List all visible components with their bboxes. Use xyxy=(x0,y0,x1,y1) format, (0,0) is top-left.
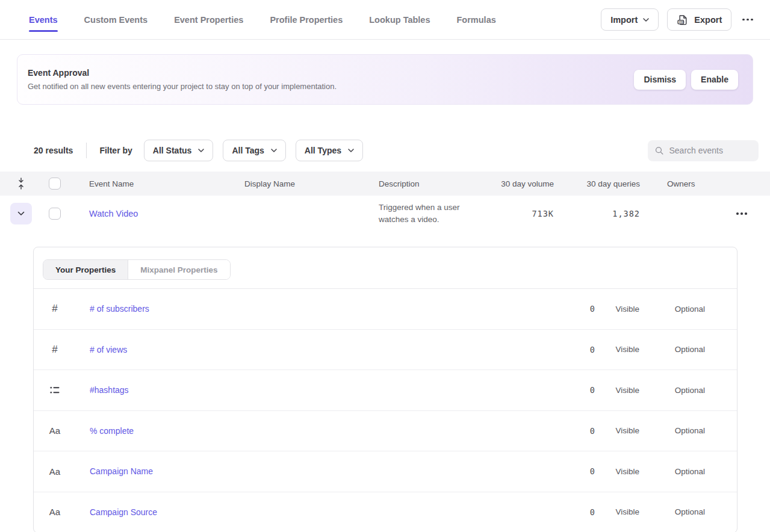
property-queries: 0 xyxy=(547,507,595,517)
csv-file-icon: csv xyxy=(677,14,689,26)
status-filter-label: All Status xyxy=(153,146,192,155)
property-row: # # of views 0 Visible Optional xyxy=(34,330,737,371)
row-checkbox[interactable] xyxy=(49,208,61,220)
header-event-name: Event Name xyxy=(89,179,244,188)
text-type-icon: Aa xyxy=(48,466,61,477)
property-requirement: Optional xyxy=(639,507,705,516)
properties-segmented-control: Your Properties Mixpanel Properties xyxy=(43,259,231,280)
lexicon-tabs: Events Custom Events Event Properties Pr… xyxy=(29,0,601,40)
property-visibility: Visible xyxy=(595,507,639,516)
more-options-icon[interactable] xyxy=(740,15,756,25)
filter-by-label: Filter by xyxy=(99,146,132,155)
list-type-icon xyxy=(48,386,61,394)
property-visibility: Visible xyxy=(595,345,639,354)
property-queries: 0 xyxy=(547,345,595,354)
collapse-row-button[interactable] xyxy=(10,203,32,224)
list-icon xyxy=(50,386,60,394)
chevron-down-icon xyxy=(643,18,649,22)
results-count: 20 results xyxy=(34,146,73,155)
top-navigation-bar: Events Custom Events Event Properties Pr… xyxy=(0,0,770,40)
svg-text:csv: csv xyxy=(679,20,684,23)
text-glyph: Aa xyxy=(49,507,60,517)
number-glyph: # xyxy=(52,344,57,356)
tab-formulas[interactable]: Formulas xyxy=(457,0,496,40)
banner-text: Event Approval Get notified on all new e… xyxy=(28,68,629,91)
events-table-header: Event Name Display Name Description 30 d… xyxy=(0,172,770,196)
export-button-label: Export xyxy=(694,15,722,25)
property-requirement: Optional xyxy=(639,305,705,314)
search-input[interactable] xyxy=(669,146,752,155)
search-icon xyxy=(655,146,664,156)
number-type-icon: # xyxy=(48,303,61,315)
property-queries: 0 xyxy=(547,426,595,436)
types-filter-label: All Types xyxy=(305,146,341,155)
text-type-icon: Aa xyxy=(48,425,61,436)
chevron-down-icon xyxy=(198,149,204,152)
event-row-watch-video: Watch Video Triggered when a user watche… xyxy=(0,196,770,232)
tab-mixpanel-properties[interactable]: Mixpanel Properties xyxy=(128,260,229,279)
property-row: Aa % complete 0 Visible Optional xyxy=(34,411,737,452)
toolbar-actions: Import csv Export xyxy=(601,8,756,31)
number-type-icon: # xyxy=(48,344,61,356)
collapse-all-icon[interactable] xyxy=(17,177,25,190)
property-row: Aa Campaign Source 0 Visible Optional xyxy=(34,492,737,532)
property-name-link[interactable]: #hashtags xyxy=(90,385,547,395)
header-owners: Owners xyxy=(667,179,721,188)
tab-event-properties[interactable]: Event Properties xyxy=(174,0,243,40)
divider xyxy=(86,143,87,158)
tab-your-properties[interactable]: Your Properties xyxy=(43,260,128,279)
property-requirement: Optional xyxy=(639,426,705,435)
event-description: Triggered when a user watches a video. xyxy=(379,202,472,226)
property-name-link[interactable]: % complete xyxy=(90,426,547,436)
tab-custom-events[interactable]: Custom Events xyxy=(84,0,148,40)
header-30-day-queries: 30 day queries xyxy=(554,179,640,188)
tab-profile-properties[interactable]: Profile Properties xyxy=(270,0,343,40)
property-visibility: Visible xyxy=(595,305,639,314)
event-approval-banner: Event Approval Get notified on all new e… xyxy=(17,54,753,105)
banner-description: Get notified on all new events entering … xyxy=(28,82,629,91)
header-description: Description xyxy=(379,179,487,188)
property-row: # # of subscribers 0 Visible Optional xyxy=(34,289,737,330)
property-queries: 0 xyxy=(547,385,595,395)
property-visibility: Visible xyxy=(595,426,639,435)
header-30-day-volume: 30 day volume xyxy=(487,179,554,188)
tab-formulas-label: Formulas xyxy=(457,15,496,25)
export-button[interactable]: csv Export xyxy=(667,8,731,31)
event-name-link[interactable]: Watch Video xyxy=(89,209,138,218)
property-name-link[interactable]: # of views xyxy=(90,345,547,354)
tab-custom-events-label: Custom Events xyxy=(84,15,148,25)
chevron-down-icon xyxy=(17,211,25,216)
tab-event-properties-label: Event Properties xyxy=(174,15,243,25)
property-visibility: Visible xyxy=(595,386,639,395)
header-display-name: Display Name xyxy=(244,179,379,188)
enable-button[interactable]: Enable xyxy=(691,70,738,90)
status-filter-dropdown[interactable]: All Status xyxy=(144,140,214,161)
dismiss-button[interactable]: Dismiss xyxy=(634,70,686,90)
property-requirement: Optional xyxy=(639,345,705,354)
filter-bar: 20 results Filter by All Status All Tags… xyxy=(34,140,759,161)
chevron-down-icon xyxy=(348,149,354,152)
property-name-link[interactable]: Campaign Name xyxy=(90,466,547,476)
property-name-link[interactable]: Campaign Source xyxy=(90,507,547,517)
types-filter-dropdown[interactable]: All Types xyxy=(296,140,363,161)
tab-events[interactable]: Events xyxy=(29,0,58,40)
import-button-label: Import xyxy=(610,15,638,25)
tags-filter-dropdown[interactable]: All Tags xyxy=(223,140,285,161)
event-properties-panel: Your Properties Mixpanel Properties # # … xyxy=(33,247,737,532)
chevron-down-icon xyxy=(271,149,277,152)
property-name-link[interactable]: # of subscribers xyxy=(90,304,547,314)
tab-lookup-tables[interactable]: Lookup Tables xyxy=(369,0,430,40)
import-button[interactable]: Import xyxy=(601,8,659,31)
select-all-checkbox[interactable] xyxy=(49,178,61,190)
row-more-options-icon[interactable] xyxy=(734,209,750,218)
property-row: #hashtags 0 Visible Optional xyxy=(34,370,737,411)
property-queries: 0 xyxy=(547,304,595,314)
property-row: Aa Campaign Name 0 Visible Optional xyxy=(34,451,737,492)
number-glyph: # xyxy=(52,303,57,315)
tab-profile-properties-label: Profile Properties xyxy=(270,15,343,25)
tab-events-label: Events xyxy=(29,15,58,25)
text-glyph: Aa xyxy=(49,466,60,477)
property-queries: 0 xyxy=(547,466,595,476)
property-visibility: Visible xyxy=(595,467,639,476)
tags-filter-label: All Tags xyxy=(232,146,264,155)
